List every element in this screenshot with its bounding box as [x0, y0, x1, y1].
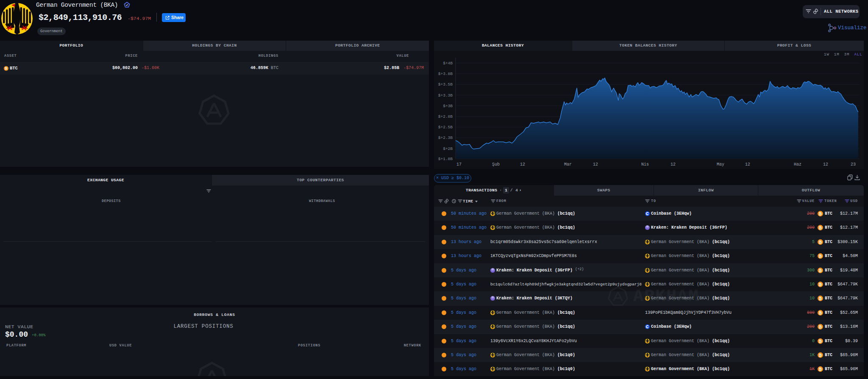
svg-text:$+3.5B: $+3.5B	[438, 82, 453, 87]
svg-text:17: 17	[456, 162, 462, 167]
svg-text:12: 12	[520, 162, 525, 167]
svg-text:$+2B: $+2B	[443, 147, 453, 151]
svg-text:Mar: Mar	[564, 162, 572, 167]
svg-text:$+3B: $+3B	[443, 104, 453, 108]
svg-text:$+4B: $+4B	[443, 61, 453, 66]
svg-text:May: May	[717, 162, 724, 167]
svg-text:12: 12	[745, 162, 750, 167]
svg-text:$+3.8B: $+3.8B	[438, 72, 453, 76]
svg-text:12: 12	[670, 162, 676, 167]
svg-text:₿: ₿	[5, 66, 8, 70]
svg-text:$+2.8B: $+2.8B	[438, 114, 453, 119]
svg-text:$+3.3B: $+3.3B	[438, 93, 453, 98]
svg-text:Şub: Şub	[492, 162, 500, 167]
svg-text:Haz: Haz	[794, 162, 801, 167]
svg-text:12: 12	[823, 162, 828, 167]
svg-text:$+1.8B: $+1.8B	[438, 157, 453, 161]
svg-text:Nis: Nis	[641, 162, 649, 167]
svg-text:$+2.3B: $+2.3B	[438, 136, 453, 140]
svg-text:$+2.5B: $+2.5B	[438, 125, 453, 130]
svg-text:23: 23	[851, 162, 856, 167]
svg-text:12: 12	[593, 162, 598, 167]
